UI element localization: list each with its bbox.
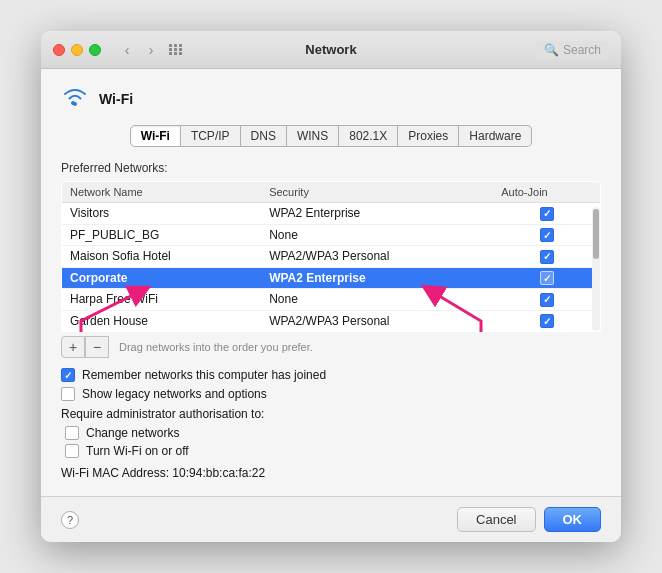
search-placeholder: Search <box>563 43 601 57</box>
traffic-lights <box>53 44 101 56</box>
mac-address-label: Wi-Fi MAC Address: <box>61 466 169 480</box>
scrollbar[interactable] <box>592 207 600 331</box>
network-name-cell: Corporate <box>62 267 262 289</box>
wifi-toggle-checkbox[interactable] <box>65 444 79 458</box>
change-networks-label: Change networks <box>86 426 179 440</box>
remember-networks-checkbox[interactable] <box>61 368 75 382</box>
option-row-remember: Remember networks this computer has join… <box>61 368 601 382</box>
tab-dns[interactable]: DNS <box>241 125 287 147</box>
admin-row-wifi-toggle: Turn Wi-Fi on or off <box>65 444 601 458</box>
footer-buttons: Cancel OK <box>457 507 601 532</box>
auto-join-checkbox[interactable] <box>540 293 554 307</box>
table-row[interactable]: CorporateWPA2 Enterprise <box>62 267 601 289</box>
networks-table-wrapper: Network Name Security Auto-Join Visitors… <box>61 181 601 332</box>
auto-join-cell <box>493 289 600 311</box>
wifi-header: Wi-Fi <box>61 85 601 113</box>
option-row-legacy: Show legacy networks and options <box>61 387 601 401</box>
network-name-cell: PF_PUBLIC_BG <box>62 224 262 246</box>
auto-join-checkbox[interactable] <box>540 250 554 264</box>
change-networks-checkbox[interactable] <box>65 426 79 440</box>
admin-section-label: Require administrator authorisation to: <box>61 407 601 421</box>
tab-tcpip[interactable]: TCP/IP <box>181 125 241 147</box>
networks-table: Network Name Security Auto-Join Visitors… <box>61 181 601 332</box>
back-button[interactable]: ‹ <box>117 40 137 60</box>
preferred-networks-label: Preferred Networks: <box>61 161 601 175</box>
security-cell: WPA2/WPA3 Personal <box>261 310 493 332</box>
titlebar: ‹ › Network 🔍 Search <box>41 31 621 69</box>
remove-network-button[interactable]: − <box>85 336 109 358</box>
mac-address-row: Wi-Fi MAC Address: 10:94:bb:ca:fa:22 <box>61 466 601 480</box>
admin-row-change-networks: Change networks <box>65 426 601 440</box>
network-name-cell: Garden House <box>62 310 262 332</box>
security-cell: None <box>261 289 493 311</box>
auto-join-checkbox[interactable] <box>540 228 554 242</box>
footer: ? Cancel OK <box>41 496 621 542</box>
auto-join-cell <box>493 203 600 225</box>
tab-wins[interactable]: WINS <box>287 125 339 147</box>
network-name-cell: Harpa Free WiFi <box>62 289 262 311</box>
mac-address-value: 10:94:bb:ca:fa:22 <box>172 466 265 480</box>
help-button[interactable]: ? <box>61 511 79 529</box>
scrollbar-thumb <box>593 209 599 259</box>
auto-join-checkbox[interactable] <box>540 271 554 285</box>
search-box[interactable]: 🔍 Search <box>536 41 609 59</box>
nav-buttons: ‹ › <box>117 40 161 60</box>
col-header-security: Security <box>261 182 493 203</box>
auto-join-cell <box>493 224 600 246</box>
auto-join-cell <box>493 246 600 268</box>
close-button[interactable] <box>53 44 65 56</box>
show-legacy-checkbox[interactable] <box>61 387 75 401</box>
window-title: Network <box>305 42 356 57</box>
auto-join-cell <box>493 310 600 332</box>
table-row[interactable]: Maison Sofia HotelWPA2/WPA3 Personal <box>62 246 601 268</box>
table-row[interactable]: Harpa Free WiFiNone <box>62 289 601 311</box>
table-controls: + − Drag networks into the order you pre… <box>61 336 601 358</box>
options-section: Remember networks this computer has join… <box>61 368 601 401</box>
ok-button[interactable]: OK <box>544 507 602 532</box>
tab-proxies[interactable]: Proxies <box>398 125 459 147</box>
security-cell: WPA2 Enterprise <box>261 267 493 289</box>
tab-8021x[interactable]: 802.1X <box>339 125 398 147</box>
tab-hardware[interactable]: Hardware <box>459 125 532 147</box>
table-row[interactable]: PF_PUBLIC_BGNone <box>62 224 601 246</box>
wifi-toggle-label: Turn Wi-Fi on or off <box>86 444 189 458</box>
cancel-button[interactable]: Cancel <box>457 507 535 532</box>
add-network-button[interactable]: + <box>61 336 85 358</box>
security-cell: None <box>261 224 493 246</box>
apps-icon[interactable] <box>169 44 183 55</box>
wifi-label: Wi-Fi <box>99 91 133 107</box>
tab-wifi[interactable]: Wi-Fi <box>130 125 181 147</box>
maximize-button[interactable] <box>89 44 101 56</box>
network-window: ‹ › Network 🔍 Search <box>41 31 621 542</box>
search-icon: 🔍 <box>544 43 559 57</box>
minimize-button[interactable] <box>71 44 83 56</box>
show-legacy-label: Show legacy networks and options <box>82 387 267 401</box>
security-cell: WPA2/WPA3 Personal <box>261 246 493 268</box>
auto-join-checkbox[interactable] <box>540 314 554 328</box>
wifi-icon <box>61 85 89 113</box>
admin-section: Require administrator authorisation to: … <box>61 407 601 458</box>
col-header-name: Network Name <box>62 182 262 203</box>
drag-hint: Drag networks into the order you prefer. <box>119 341 313 353</box>
auto-join-cell <box>493 267 600 289</box>
table-row[interactable]: VisitorsWPA2 Enterprise <box>62 203 601 225</box>
network-name-cell: Visitors <box>62 203 262 225</box>
content-area: Wi-Fi Wi-Fi TCP/IP DNS WINS 802.1X Proxi… <box>41 69 621 496</box>
tab-bar: Wi-Fi TCP/IP DNS WINS 802.1X Proxies Har… <box>61 125 601 147</box>
network-name-cell: Maison Sofia Hotel <box>62 246 262 268</box>
remember-networks-label: Remember networks this computer has join… <box>82 368 326 382</box>
table-row[interactable]: Garden HouseWPA2/WPA3 Personal <box>62 310 601 332</box>
forward-button[interactable]: › <box>141 40 161 60</box>
svg-point-0 <box>73 102 77 106</box>
col-header-autojoin: Auto-Join <box>493 182 600 203</box>
security-cell: WPA2 Enterprise <box>261 203 493 225</box>
auto-join-checkbox[interactable] <box>540 207 554 221</box>
